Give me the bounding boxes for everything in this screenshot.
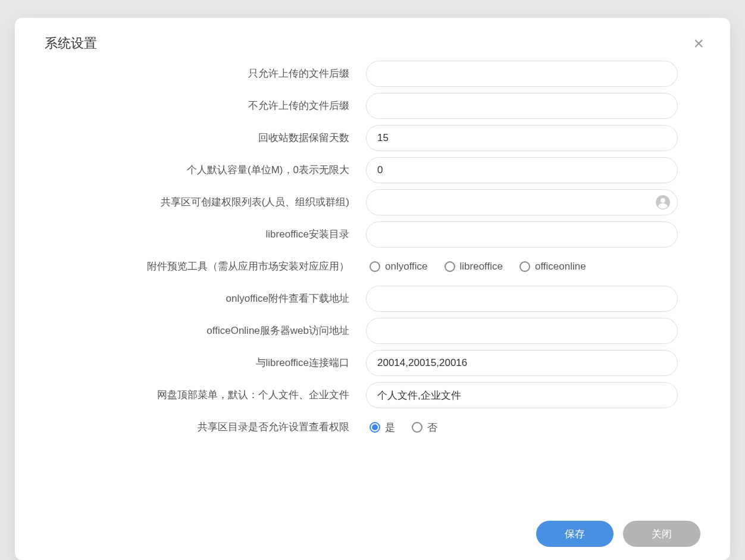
row-libreoffice-path: libreoffice安装目录: [45, 221, 700, 248]
modal-title: 系统设置: [45, 35, 97, 52]
radio-preview-officeonline[interactable]: officeonline: [519, 261, 586, 273]
radio-preview-onlyoffice[interactable]: onlyoffice: [370, 261, 428, 273]
label-onlyoffice-download-url: onlyoffice附件查看下载地址: [45, 292, 366, 306]
input-disallowed-suffix[interactable]: [366, 93, 678, 119]
radio-group-share-view-permission: 是 否: [366, 421, 678, 434]
system-settings-modal: 系统设置 × 只允许上传的文件后缀 不允许上传的文件后缀 回收站数据保留天数 个…: [15, 18, 730, 560]
input-top-menu[interactable]: [366, 382, 678, 408]
label-recycle-days: 回收站数据保留天数: [45, 131, 366, 145]
close-button[interactable]: 关闭: [623, 521, 700, 547]
input-recycle-days[interactable]: [366, 125, 678, 151]
row-onlyoffice-download-url: onlyoffice附件查看下载地址: [45, 286, 700, 312]
modal-header: 系统设置 ×: [15, 18, 730, 58]
input-libreoffice-port[interactable]: [366, 350, 678, 376]
label-preview-tool: 附件预览工具（需从应用市场安装对应应用）: [45, 259, 366, 274]
radio-circle-icon: [370, 422, 380, 433]
radio-label: officeonline: [535, 261, 586, 273]
row-libreoffice-port: 与libreoffice连接端口: [45, 350, 700, 376]
row-share-permission-list: 共享区可创建权限列表(人员、组织或群组): [45, 189, 700, 215]
label-libreoffice-port: 与libreoffice连接端口: [45, 356, 366, 370]
row-top-menu: 网盘顶部菜单，默认：个人文件、企业文件: [45, 382, 700, 408]
label-officeonline-web-url: officeOnline服务器web访问地址: [45, 324, 366, 338]
input-onlyoffice-download-url[interactable]: [366, 286, 678, 312]
radio-circle-icon: [519, 261, 530, 272]
person-icon[interactable]: [655, 195, 671, 210]
modal-footer: 保存 关闭: [15, 510, 730, 560]
close-icon[interactable]: ×: [691, 35, 706, 52]
input-allowed-suffix[interactable]: [366, 61, 678, 87]
radio-circle-icon: [412, 422, 422, 433]
radio-share-view-yes[interactable]: 是: [370, 421, 395, 434]
label-share-view-permission: 共享区目录是否允许设置查看权限: [45, 420, 366, 434]
input-officeonline-web-url[interactable]: [366, 318, 678, 344]
save-button[interactable]: 保存: [536, 521, 613, 547]
row-share-view-permission: 共享区目录是否允许设置查看权限 是 否: [45, 414, 700, 440]
label-libreoffice-path: libreoffice安装目录: [45, 227, 366, 242]
radio-label: libreoffice: [460, 261, 503, 273]
row-recycle-days: 回收站数据保留天数: [45, 125, 700, 151]
modal-body: 只允许上传的文件后缀 不允许上传的文件后缀 回收站数据保留天数 个人默认容量(单…: [15, 58, 730, 510]
row-preview-tool: 附件预览工具（需从应用市场安装对应应用） onlyoffice libreoff…: [45, 254, 700, 280]
radio-group-preview-tool: onlyoffice libreoffice officeonline: [366, 261, 678, 273]
radio-label: 否: [427, 421, 437, 434]
input-libreoffice-path[interactable]: [366, 221, 678, 248]
input-personal-capacity[interactable]: [366, 157, 678, 183]
label-disallowed-suffix: 不允许上传的文件后缀: [45, 99, 366, 113]
radio-label: onlyoffice: [385, 261, 428, 273]
input-share-permission-list[interactable]: [366, 189, 678, 215]
radio-label: 是: [385, 421, 395, 434]
radio-preview-libreoffice[interactable]: libreoffice: [445, 261, 503, 273]
radio-circle-icon: [445, 261, 455, 272]
radio-circle-icon: [370, 261, 380, 272]
label-top-menu: 网盘顶部菜单，默认：个人文件、企业文件: [45, 388, 366, 402]
row-disallowed-suffix: 不允许上传的文件后缀: [45, 93, 700, 119]
svg-point-1: [661, 198, 665, 203]
label-personal-capacity: 个人默认容量(单位M)，0表示无限大: [45, 163, 366, 177]
label-share-permission-list: 共享区可创建权限列表(人员、组织或群组): [45, 195, 366, 209]
label-allowed-suffix: 只允许上传的文件后缀: [45, 67, 366, 81]
radio-share-view-no[interactable]: 否: [412, 421, 437, 434]
row-officeonline-web-url: officeOnline服务器web访问地址: [45, 318, 700, 344]
row-allowed-suffix: 只允许上传的文件后缀: [45, 61, 700, 87]
row-personal-capacity: 个人默认容量(单位M)，0表示无限大: [45, 157, 700, 183]
